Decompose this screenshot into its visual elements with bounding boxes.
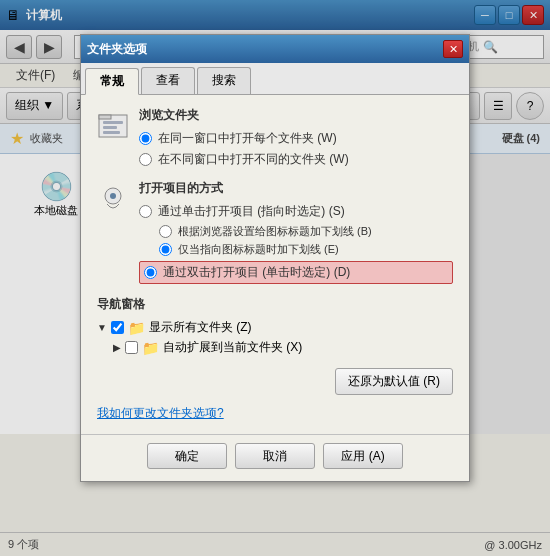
tab-bar: 常规 查看 搜索 bbox=[81, 63, 469, 95]
open-option2-radio[interactable] bbox=[144, 266, 157, 279]
svg-rect-4 bbox=[103, 131, 120, 134]
ok-button[interactable]: 确定 bbox=[147, 443, 227, 469]
nav-pane-checkbox2[interactable] bbox=[125, 341, 138, 354]
dialog-title: 文件夹选项 bbox=[87, 41, 147, 58]
open-option1-radio[interactable] bbox=[139, 205, 152, 218]
nav-pane-checkbox2-label: 自动扩展到当前文件夹 (X) bbox=[163, 339, 302, 356]
folder-icon2: 📁 bbox=[142, 340, 159, 356]
help-link[interactable]: 我如何更改文件夹选项? bbox=[97, 405, 453, 422]
nav-pane-checkbox1-label: 显示所有文件夹 (Z) bbox=[149, 319, 252, 336]
open-radio-group: 通过单击打开项目 (指向时选定) (S) 根据浏览器设置给图标标题加下划线 (B… bbox=[139, 203, 453, 284]
open-sub-option2-row: 仅当指向图标标题时加下划线 (E) bbox=[159, 242, 453, 257]
browse-option2-radio[interactable] bbox=[139, 153, 152, 166]
nav-pane-checkbox1[interactable] bbox=[111, 321, 124, 334]
tab-view[interactable]: 查看 bbox=[141, 67, 195, 94]
open-option1-label: 通过单击打开项目 (指向时选定) (S) bbox=[158, 203, 345, 220]
open-option2-row: 通过双击打开项目 (单击时选定) (D) bbox=[139, 261, 453, 284]
dialog-close-button[interactable]: ✕ bbox=[443, 40, 463, 58]
browse-section-body: 浏览文件夹 在同一窗口中打开每个文件夹 (W) 在不同窗口中打开不同的文件夹 (… bbox=[139, 107, 453, 168]
link-area: 我如何更改文件夹选项? bbox=[97, 405, 453, 422]
tree-arrow1: ▼ bbox=[97, 322, 107, 333]
open-option2-label: 通过双击打开项目 (单击时选定) (D) bbox=[163, 264, 350, 281]
open-sub-option2-label: 仅当指向图标标题时加下划线 (E) bbox=[178, 242, 339, 257]
svg-rect-2 bbox=[103, 121, 123, 124]
open-sub-option1-row: 根据浏览器设置给图标标题加下划线 (B) bbox=[159, 224, 453, 239]
open-icon bbox=[97, 184, 129, 216]
open-section-body: 打开项目的方式 通过单击打开项目 (指向时选定) (S) 根据浏览器设置给图标标… bbox=[139, 180, 453, 284]
explorer-window: 🖥 计算机 ─ □ ✕ ◀ ▶ 📁 计算机 ▶ ↻ 搜索 计算机 🔍 文件(F)… bbox=[0, 0, 550, 556]
tab-general[interactable]: 常规 bbox=[85, 68, 139, 95]
open-sub-option1-radio[interactable] bbox=[159, 225, 172, 238]
dialog-content: 浏览文件夹 在同一窗口中打开每个文件夹 (W) 在不同窗口中打开不同的文件夹 (… bbox=[81, 95, 469, 434]
svg-point-6 bbox=[110, 193, 116, 199]
open-sub-option2-radio[interactable] bbox=[159, 243, 172, 256]
nav-pane-tree-row2: ▶ 📁 自动扩展到当前文件夹 (X) bbox=[113, 339, 453, 356]
open-option1-row: 通过单击打开项目 (指向时选定) (S) bbox=[139, 203, 453, 220]
browse-option2-label: 在不同窗口中打开不同的文件夹 (W) bbox=[158, 151, 349, 168]
apply-button[interactable]: 应用 (A) bbox=[323, 443, 403, 469]
restore-defaults-button[interactable]: 还原为默认值 (R) bbox=[335, 368, 453, 395]
browse-option2-row: 在不同窗口中打开不同的文件夹 (W) bbox=[139, 151, 453, 168]
svg-rect-1 bbox=[99, 115, 111, 119]
nav-pane-section: 导航窗格 ▼ 📁 显示所有文件夹 (Z) ▶ 📁 自动扩展到当前文件夹 (X) bbox=[97, 296, 453, 356]
open-section: 打开项目的方式 通过单击打开项目 (指向时选定) (S) 根据浏览器设置给图标标… bbox=[97, 180, 453, 284]
dialog-titlebar: 文件夹选项 ✕ bbox=[81, 35, 469, 63]
browse-header: 浏览文件夹 bbox=[139, 107, 453, 124]
open-sub-option1-label: 根据浏览器设置给图标标题加下划线 (B) bbox=[178, 224, 372, 239]
nav-pane-tree-row1: ▼ 📁 显示所有文件夹 (Z) bbox=[97, 319, 453, 336]
tab-search[interactable]: 搜索 bbox=[197, 67, 251, 94]
browse-radio-group: 在同一窗口中打开每个文件夹 (W) 在不同窗口中打开不同的文件夹 (W) bbox=[139, 130, 453, 168]
browse-option1-label: 在同一窗口中打开每个文件夹 (W) bbox=[158, 130, 337, 147]
dialog-overlay: 文件夹选项 ✕ 常规 查看 搜索 bbox=[0, 0, 550, 556]
browse-icon bbox=[97, 111, 129, 143]
nav-pane-header: 导航窗格 bbox=[97, 296, 453, 313]
svg-rect-3 bbox=[103, 126, 117, 129]
dialog-controls: ✕ bbox=[443, 40, 463, 58]
open-header: 打开项目的方式 bbox=[139, 180, 453, 197]
folder-icon1: 📁 bbox=[128, 320, 145, 336]
tree-arrow2: ▶ bbox=[113, 342, 121, 353]
browse-option1-row: 在同一窗口中打开每个文件夹 (W) bbox=[139, 130, 453, 147]
browse-section: 浏览文件夹 在同一窗口中打开每个文件夹 (W) 在不同窗口中打开不同的文件夹 (… bbox=[97, 107, 453, 168]
dialog-footer: 确定 取消 应用 (A) bbox=[81, 434, 469, 481]
folder-options-dialog: 文件夹选项 ✕ 常规 查看 搜索 bbox=[80, 34, 470, 482]
browse-option1-radio[interactable] bbox=[139, 132, 152, 145]
cancel-button[interactable]: 取消 bbox=[235, 443, 315, 469]
open-sub-group: 根据浏览器设置给图标标题加下划线 (B) 仅当指向图标标题时加下划线 (E) bbox=[159, 224, 453, 257]
